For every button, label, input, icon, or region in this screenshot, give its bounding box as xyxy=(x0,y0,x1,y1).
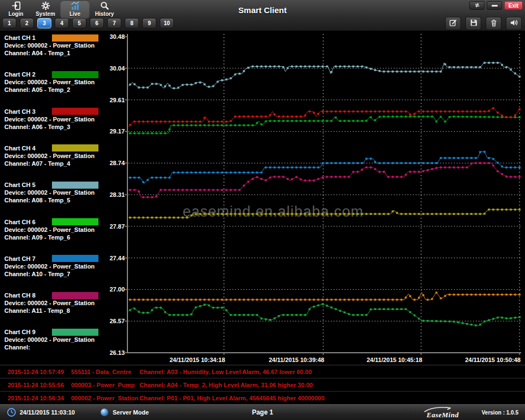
nav-live-button[interactable]: Live xyxy=(60,0,90,19)
edit-button[interactable] xyxy=(445,17,461,30)
alarm-row-1[interactable]: 2015-11-24 10:57:49555111 - Data_CentreC… xyxy=(0,365,525,378)
trash-icon xyxy=(490,19,498,29)
nav-live-label: Live xyxy=(69,11,80,17)
x-tick-label: 24/11/2015 10:45:18 xyxy=(366,357,422,363)
page-button-7[interactable]: 7 xyxy=(107,18,121,28)
y-tick-label: 27.44 xyxy=(109,255,125,261)
alarm-device: 000003 - Power_Pump xyxy=(71,382,135,388)
grid-horizontal xyxy=(129,68,521,321)
clock-icon xyxy=(7,407,16,419)
window-controls: Exit xyxy=(469,1,523,10)
page-button-row: 12345678910 xyxy=(2,18,174,28)
exit-label: Exit xyxy=(509,3,518,9)
edit-icon xyxy=(449,19,457,29)
trend-chart: easemind.en.alibaba.com30.4830.0429.6129… xyxy=(0,31,525,365)
y-tick-label: 28.74 xyxy=(109,160,125,166)
chart-toolbar xyxy=(445,17,522,30)
page-button-9[interactable]: 9 xyxy=(142,18,156,28)
main-nav: Login System Live History xyxy=(1,0,119,18)
series-ch1-a04-temp-1 xyxy=(129,291,521,301)
nav-history-button[interactable]: History xyxy=(90,0,119,19)
window-title: Smart Client xyxy=(180,5,345,15)
alarm-message: Channel: A03 - Humidity, Low Level Alarm… xyxy=(139,369,312,375)
nav-login-button[interactable]: Login xyxy=(1,0,31,19)
x-tick-label: 24/11/2015 10:39:48 xyxy=(269,357,324,363)
current-page-label: Page 1 xyxy=(235,409,290,416)
mute-button[interactable] xyxy=(506,17,522,30)
nav-history-label: History xyxy=(95,11,114,17)
status-datetime: 24/11/2015 11:03:10 xyxy=(20,409,75,416)
alarm-time: 2015-11-24 10:55:56 xyxy=(8,382,64,388)
page-button-3[interactable]: 3 xyxy=(37,18,51,28)
save-button[interactable] xyxy=(465,17,481,30)
x-tick-label: 24/11/2015 10:50:48 xyxy=(465,357,521,363)
alarm-time: 2015-11-24 10:57:49 xyxy=(8,369,64,375)
page-button-2[interactable]: 2 xyxy=(20,18,34,28)
nav-system-label: System xyxy=(36,11,55,17)
grid-vertical xyxy=(224,34,520,353)
y-tick-label: 29.61 xyxy=(109,97,125,103)
watermark: easemind.en.alibaba.com xyxy=(183,203,364,220)
page-button-5[interactable]: 5 xyxy=(72,18,86,28)
y-tick-label: 28.31 xyxy=(109,191,125,198)
brand-logo: EaseMind xyxy=(423,407,466,419)
alarm-time: 2015-11-24 10:56:34 xyxy=(8,395,64,401)
y-tick-label: 30.04 xyxy=(109,65,125,72)
y-tick-label: 27.00 xyxy=(109,286,125,293)
series-ch6-a09-temp-6 xyxy=(129,303,521,326)
restore-button[interactable] xyxy=(469,1,485,10)
version-label: Version : 1.0.5 xyxy=(482,410,518,416)
page-button-10[interactable]: 10 xyxy=(160,18,174,28)
page-button-8[interactable]: 8 xyxy=(125,18,139,28)
restore-icon xyxy=(474,1,481,10)
y-tick-label: 29.17 xyxy=(109,128,125,135)
page-button-4[interactable]: 4 xyxy=(55,18,69,28)
alarm-message: Channel: P01 - P01, High Level Alarm, 45… xyxy=(139,395,324,401)
minimize-icon xyxy=(492,5,498,7)
y-tick-label: 26.57 xyxy=(109,318,125,324)
page-button-1[interactable]: 1 xyxy=(2,18,16,28)
alarm-row-3[interactable]: 2015-11-24 10:56:34000002 - Power_Statio… xyxy=(0,392,525,405)
page-button-6[interactable]: 6 xyxy=(90,18,104,28)
live-chart-icon xyxy=(71,1,80,10)
alarm-message: Channel: A04 - Temp_2, High Level Alarm,… xyxy=(139,382,313,388)
history-search-icon xyxy=(100,1,109,10)
y-tick-label: 26.13 xyxy=(109,349,125,356)
series-ch8-a11-temp-8 xyxy=(129,162,521,199)
alarm-device: 555111 - Data_Centre xyxy=(71,369,131,375)
brand-name: EaseMind xyxy=(427,411,459,419)
live-chart-area: Chart CH 1Device: 000002 - Power_Station… xyxy=(0,31,525,365)
series-ch5-a08-temp-5 xyxy=(129,62,521,89)
delete-button[interactable] xyxy=(486,17,501,30)
nav-login-label: Login xyxy=(8,11,23,17)
server-mode-label: Server Mode xyxy=(113,409,149,416)
status-bar: 24/11/2015 11:03:10 Server Mode Page 1 E… xyxy=(0,404,525,420)
save-icon xyxy=(470,19,477,28)
alarm-list: 2015-11-24 10:57:49555111 - Data_CentreC… xyxy=(0,365,525,404)
y-tick-label: 27.87 xyxy=(109,223,125,230)
speaker-icon xyxy=(510,19,518,29)
y-axis-labels: 30.4830.0429.6129.1728.7428.3127.8727.44… xyxy=(109,33,125,356)
series-ch2-a05-temp-2 xyxy=(129,115,521,134)
exit-button[interactable]: Exit xyxy=(504,1,523,10)
x-tick-label: 24/11/2015 10:34:18 xyxy=(170,357,225,363)
title-bar: Login System Live History Smart Client xyxy=(0,0,525,31)
server-mode-icon xyxy=(101,409,108,416)
y-tick-label: 30.48 xyxy=(109,33,125,40)
x-axis-labels: 24/11/2015 10:34:1824/11/2015 10:39:4824… xyxy=(170,357,521,363)
minimize-button[interactable] xyxy=(487,1,502,10)
gear-icon xyxy=(41,1,50,10)
nav-system-button[interactable]: System xyxy=(31,0,60,19)
alarm-device: 000002 - Power_Station xyxy=(71,395,138,401)
login-icon xyxy=(11,1,21,10)
alarm-row-2[interactable]: 2015-11-24 10:55:56000003 - Power_PumpCh… xyxy=(0,378,525,392)
